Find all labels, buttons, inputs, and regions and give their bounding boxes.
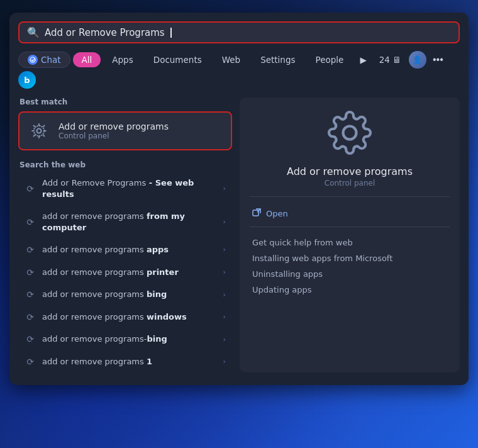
tab-more-play[interactable]: ▶: [355, 52, 371, 67]
gear-icon: [27, 119, 51, 143]
svg-point-1: [37, 129, 42, 133]
chevron-icon-5: ›: [223, 313, 226, 321]
web-item-text-1: add or remove programs from my computer: [42, 211, 217, 233]
more-options-button[interactable]: •••: [429, 52, 447, 68]
divider-2: [250, 227, 450, 227]
detail-link-1[interactable]: Installing web apps from Microsoft: [250, 250, 450, 266]
count-badge: 24 🖥: [374, 52, 406, 67]
divider: [250, 196, 450, 197]
web-section-label: Search the web: [18, 160, 232, 169]
web-item-1[interactable]: ⟳ add or remove programs from my compute…: [18, 205, 232, 238]
web-item-6[interactable]: ⟳ add or remove programs-bing ›: [18, 328, 232, 350]
search-web-icon-2: ⟳: [25, 245, 36, 255]
link-text-3: Updating apps: [252, 285, 312, 294]
best-match-item[interactable]: Add or remove programs Control panel: [18, 111, 232, 150]
web-item-text-0: Add or Remove Programs - See web results: [42, 177, 217, 199]
web-item-5[interactable]: ⟳ add or remove programs windows ›: [18, 306, 232, 328]
tab-chat-label: Chat: [41, 55, 61, 65]
detail-link-0[interactable]: Get quick help from web: [250, 235, 450, 250]
tab-all[interactable]: All: [73, 52, 101, 67]
open-label: Open: [266, 209, 288, 218]
chevron-icon-2: ›: [223, 245, 226, 254]
web-item-text-5: add or remove programs windows: [42, 311, 217, 323]
tab-all-label: All: [82, 55, 92, 65]
web-item-3[interactable]: ⟳ add or remove programs printer ›: [18, 261, 232, 284]
tab-documents[interactable]: Documents: [145, 52, 211, 67]
tab-people[interactable]: People: [307, 52, 353, 67]
tab-people-label: People: [316, 55, 344, 65]
bing-button[interactable]: b: [18, 71, 36, 89]
detail-subtitle: Control panel: [325, 179, 375, 188]
chevron-icon-6: ›: [223, 335, 226, 344]
search-bar[interactable]: 🔍 Add or Remove Programs: [18, 21, 460, 43]
search-web-icon-5: ⟳: [25, 312, 36, 322]
detail-title: Add or remove programs: [287, 165, 413, 177]
web-item-2[interactable]: ⟳ add or remove programs apps ›: [18, 238, 232, 261]
link-text-2: Uninstalling apps: [252, 269, 323, 279]
chat-icon: [28, 55, 38, 65]
detail-link-2[interactable]: Uninstalling apps: [250, 266, 450, 282]
right-panel: Add or remove programs Control panel Ope…: [240, 98, 460, 372]
svg-point-3: [343, 126, 357, 140]
count-value: 24: [379, 55, 390, 65]
svg-point-2: [34, 126, 44, 136]
chevron-icon-4: ›: [223, 291, 226, 299]
detail-link-3[interactable]: Updating apps: [250, 282, 450, 298]
web-item-text-4: add or remove programs bing: [42, 289, 217, 300]
link-text-0: Get quick help from web: [252, 238, 353, 247]
left-panel: Best match Add or remove programs Contro…: [18, 98, 232, 372]
search-web-icon-1: ⟳: [25, 217, 36, 227]
detail-gear-icon: [327, 110, 372, 158]
chevron-icon-1: ›: [223, 218, 226, 226]
best-match-subtitle: Control panel: [58, 132, 169, 140]
tab-settings-label: Settings: [260, 55, 295, 65]
web-item-7[interactable]: ⟳ add or remove programs 1 ›: [18, 350, 232, 373]
search-panel: 🔍 Add or Remove Programs Chat All Apps D…: [9, 13, 469, 385]
best-match-text: Add or remove programs Control panel: [58, 121, 169, 140]
monitor-icon: 🖥: [392, 55, 401, 65]
search-value: Add or Remove Programs: [45, 27, 165, 38]
main-content: Best match Add or remove programs Contro…: [18, 98, 460, 372]
text-cursor: [170, 28, 172, 38]
best-match-label: Best match: [18, 98, 232, 106]
chevron-icon-0: ›: [223, 184, 226, 193]
web-item-text-2: add or remove programs apps: [42, 244, 217, 255]
filter-tabs: Chat All Apps Documents Web Settings Peo…: [18, 51, 460, 89]
open-action[interactable]: Open: [250, 204, 450, 223]
open-icon: [252, 208, 261, 219]
search-icon: 🔍: [27, 26, 40, 38]
web-item-text-6: add or remove programs-bing: [42, 333, 217, 345]
tab-web-label: Web: [222, 55, 240, 65]
web-item-4[interactable]: ⟳ add or remove programs bing ›: [18, 283, 232, 306]
search-web-icon-0: ⟳: [25, 184, 36, 194]
link-text-1: Installing web apps from Microsoft: [252, 254, 392, 263]
chevron-icon-3: ›: [223, 268, 226, 276]
search-web-icon-7: ⟳: [25, 357, 36, 367]
web-item-text-3: add or remove programs printer: [42, 267, 217, 278]
web-item-text-7: add or remove programs 1: [42, 356, 217, 367]
search-web-icon-3: ⟳: [25, 267, 36, 277]
tab-apps[interactable]: Apps: [103, 52, 142, 67]
tab-web[interactable]: Web: [213, 52, 249, 67]
search-web-icon-6: ⟳: [25, 334, 36, 344]
tab-chat[interactable]: Chat: [18, 52, 70, 68]
best-match-title: Add or remove programs: [58, 121, 169, 132]
tab-documents-label: Documents: [153, 55, 202, 65]
search-web-icon-4: ⟳: [25, 289, 36, 300]
tab-settings[interactable]: Settings: [252, 52, 304, 67]
tab-apps-label: Apps: [112, 55, 133, 65]
chevron-icon-7: ›: [223, 357, 226, 366]
user-avatar[interactable]: 👤: [409, 51, 426, 69]
web-item-0[interactable]: ⟳ Add or Remove Programs - See web resul…: [18, 172, 232, 205]
